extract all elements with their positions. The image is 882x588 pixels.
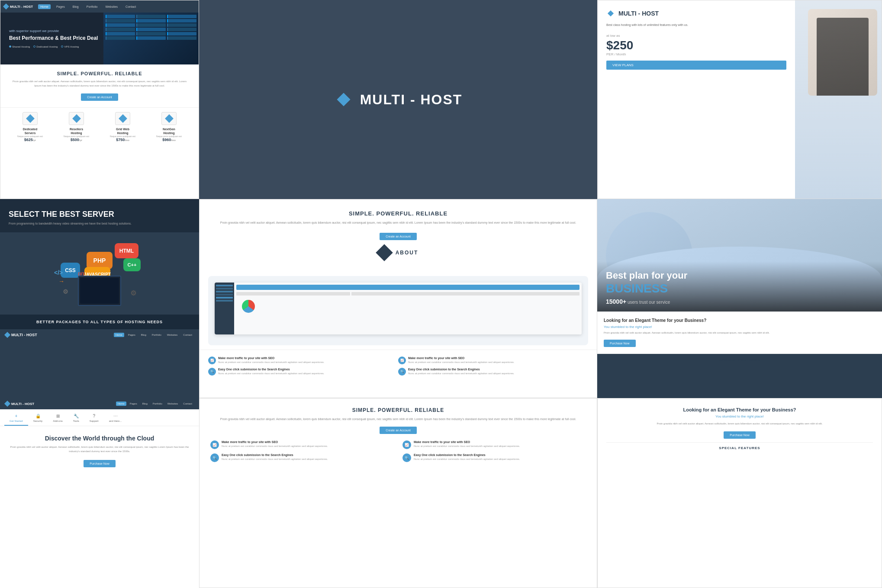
tl-hero-sub: with superior support we provide: [9, 29, 98, 33]
bl-nav-contact[interactable]: Contact: [181, 402, 194, 406]
mr-special: SPECIAL FEATURES: [597, 353, 882, 366]
tl-nav-blog[interactable]: Blog: [71, 4, 81, 9]
mc-content: SIMPLE. POWERFUL. RELIABLE Proin gravida…: [200, 199, 597, 276]
tr-logo: MULTI - HOST: [606, 9, 786, 18]
bc-feat-2: 📈 Make more traffic to your site with SE…: [402, 440, 586, 449]
ml-navba: MULTI - HOST Home Pages Blog Portfolio W…: [0, 329, 199, 341]
bc-feat-4: 🔍 Easy One click submission to the Searc…: [402, 453, 586, 462]
bc-feat-icon-1: 📈: [210, 440, 219, 449]
br-purchase-button[interactable]: Purchase Now: [724, 431, 756, 439]
tl-cta-button[interactable]: Create an Account: [81, 93, 118, 101]
mc-text: Proin gravida nibh vel velit auctor aliq…: [212, 220, 584, 225]
ml-nav-logo-text: MULTI - HOST: [11, 333, 37, 337]
mr-info-section: Looking for an Elegant Theme for your Bu…: [597, 312, 882, 353]
mr-info-text: Proin gravida nibh vel velit auctor aliq…: [604, 331, 876, 335]
bl-tab-support[interactable]: ? Support: [84, 409, 104, 426]
panel-mid-left: SELECT THE BEST SERVER From programming …: [0, 199, 199, 398]
bl-tab-started[interactable]: + Get Started: [4, 409, 28, 426]
tl-nav-websites[interactable]: Websites: [103, 4, 120, 9]
ml-nav-portfolio[interactable]: Portfolio: [150, 333, 163, 337]
tr-price-container: $250 PER / Month: [606, 39, 786, 56]
mr-users: 15000+ users trust our service: [606, 298, 873, 305]
bc-feature-col-right: 📈 Make more traffic to your site with SE…: [402, 440, 586, 466]
tl-hosting-options: Shared Hosting Dedicated Hosting VPS Hos…: [9, 45, 98, 48]
laptop-main: [234, 283, 582, 334]
tl-nav-links: Home Pages Blog Portfolio Websites Conta…: [38, 4, 138, 9]
tl-feature-grid: Grid WebHosting Neque porro quisquam est…: [110, 112, 135, 142]
panel-bot-right: Looking for an Elegant Theme for your Bu…: [597, 398, 882, 588]
bl-main-title: Discover the World through the Cloud: [9, 435, 190, 442]
panel-bot-center: SIMPLE. POWERFUL. RELIABLE Proin gravida…: [199, 398, 597, 588]
bc-cta-button[interactable]: Create an Account: [380, 427, 417, 434]
bl-tab-addons[interactable]: ⊞ Add-ons: [48, 409, 68, 426]
mc-cta-button[interactable]: Create an Account: [380, 233, 417, 240]
bl-purchase-button[interactable]: Purchase Now: [84, 460, 116, 467]
bl-nav-home[interactable]: Home: [116, 402, 126, 406]
ml-nav-pages[interactable]: Pages: [126, 333, 137, 337]
br-content: Looking for an Elegant Theme for your Bu…: [598, 398, 882, 459]
panel-top-left: MULTI - HOST Home Pages Blog Portfolio W…: [0, 0, 199, 199]
bl-logo: MULTI - HOST: [5, 402, 34, 406]
ml-header: SELECT THE BEST SERVER From programming …: [0, 199, 199, 232]
ml-nav-contact[interactable]: Contact: [181, 333, 194, 337]
bl-tab-more[interactable]: ⋯ and Here...: [104, 409, 127, 426]
bc-title: SIMPLE. POWERFUL. RELIABLE: [210, 407, 586, 413]
panel-mid-center: SIMPLE. POWERFUL. RELIABLE Proin gravida…: [199, 199, 597, 398]
tr-tagline: Best class hosting with lots of unlimite…: [606, 23, 786, 28]
gear-icon2: ⚙: [130, 289, 136, 297]
laptop-screen: [215, 283, 582, 334]
tl-feature-resellers: ResellersHosting Neque porro quisquam es…: [64, 112, 89, 142]
ml-graphic: PHP HTML CSS JAVASCRIPT C++ CMS → </> ⚙ …: [0, 232, 199, 315]
bc-content: SIMPLE. POWERFUL. RELIABLE Proin gravida…: [200, 398, 597, 475]
bl-tab-security[interactable]: 🔒 Security: [28, 409, 48, 426]
tl-feature-nextgen: NextGenHosting Neque porro quisquam est …: [156, 112, 182, 142]
panel-bot-left: MULTI - HOST Home Pages Blog Portfolio W…: [0, 398, 199, 588]
tl-nav-portfolio[interactable]: Portfolio: [84, 4, 100, 9]
bl-logo-diamond: [4, 401, 10, 407]
tl-nav-pages[interactable]: Pages: [54, 4, 67, 9]
bl-nav-blog[interactable]: Blog: [141, 402, 149, 406]
tl-nav-contact[interactable]: Contact: [123, 4, 138, 9]
tl-nav-home[interactable]: Home: [38, 4, 51, 9]
arrow-icon: →: [58, 278, 64, 285]
gear-icon: ⚙: [63, 288, 68, 295]
tr-logo-text: MULTI - HOST: [618, 10, 659, 17]
panel-top-center: MULTI - HOST: [199, 0, 597, 199]
bl-navbar: MULTI - HOST Home Pages Blog Portfolio W…: [0, 398, 199, 409]
mr-purchase-button[interactable]: Purchase Now: [604, 340, 636, 347]
ml-nav-websites[interactable]: Websites: [165, 333, 180, 337]
bl-nav-pages[interactable]: Pages: [128, 402, 139, 406]
bc-feat-1: 📈 Make more traffic to your site with SE…: [210, 440, 394, 449]
tr-view-plans-button[interactable]: VIEW PLANS: [606, 61, 786, 70]
mr-title-accent: BUSINESS: [606, 282, 668, 295]
mr-info-subtitle: You stumbled to the right place!: [604, 325, 876, 329]
ml-bottom-text: BETTER PACKAGES TO ALL TYPES OF HOSTING …: [6, 320, 193, 324]
bc-feat-icon-2: 📈: [402, 440, 411, 449]
server-rack: [103, 13, 199, 64]
ml-subtitle: From programming to bandwidth heavy vide…: [9, 222, 190, 226]
logo-diamond-inner: [337, 93, 350, 106]
tl-feature-dedicated: DedicatedServers Neque porro quisquam es…: [17, 112, 43, 142]
tr-price-period: PER / Month: [606, 52, 786, 56]
mc-feat-1: 📈 Make more traffic to your site with SE…: [208, 357, 398, 364]
tl-content: SIMPLE. POWERFUL. RELIABLE Proin gravida…: [0, 64, 199, 107]
mr-overlay: Best plan for your BUSINESS 15000+ users…: [597, 261, 882, 312]
bl-nav-portfolio[interactable]: Portfolio: [151, 402, 164, 406]
panel-mid-right: Best plan for your BUSINESS 15000+ users…: [597, 199, 882, 398]
bc-feat-icon-3: 🔍: [210, 453, 219, 462]
bl-nav-websites[interactable]: Websites: [166, 402, 180, 406]
ml-nav-blog[interactable]: Blog: [139, 333, 148, 337]
bl-tab-tools[interactable]: 🔧 Tools: [68, 409, 84, 426]
tr-price: $250: [606, 39, 633, 52]
ml-nav-home[interactable]: Home: [114, 333, 124, 337]
tl-heading: SIMPLE. POWERFUL. RELIABLE: [9, 71, 190, 76]
ml-title: SELECT THE BEST SERVER: [9, 210, 190, 219]
br-subtitle: You stumbled to the right place!: [606, 414, 873, 418]
mc-about-text: ABOUT: [396, 250, 418, 256]
bl-logo-text: MULTI - HOST: [11, 402, 34, 406]
cpp-bubble: C++: [123, 258, 141, 271]
br-title: Looking for an Elegant Theme for your Bu…: [606, 407, 873, 412]
mr-plan-title: Best plan for your BUSINESS: [606, 270, 873, 296]
php-bubble: PHP: [87, 252, 113, 269]
panel-top-right: MULTI - HOST Best class hosting with lot…: [597, 0, 882, 199]
